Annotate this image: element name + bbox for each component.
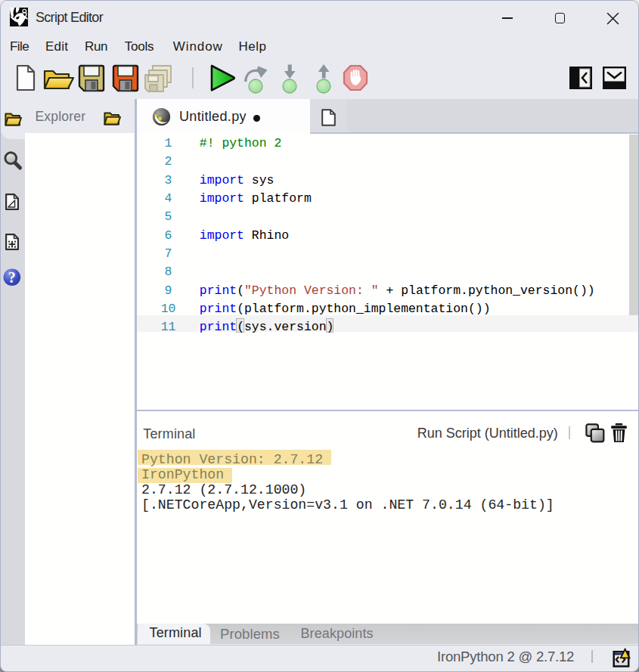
svg-text:?: ? [8,269,16,286]
